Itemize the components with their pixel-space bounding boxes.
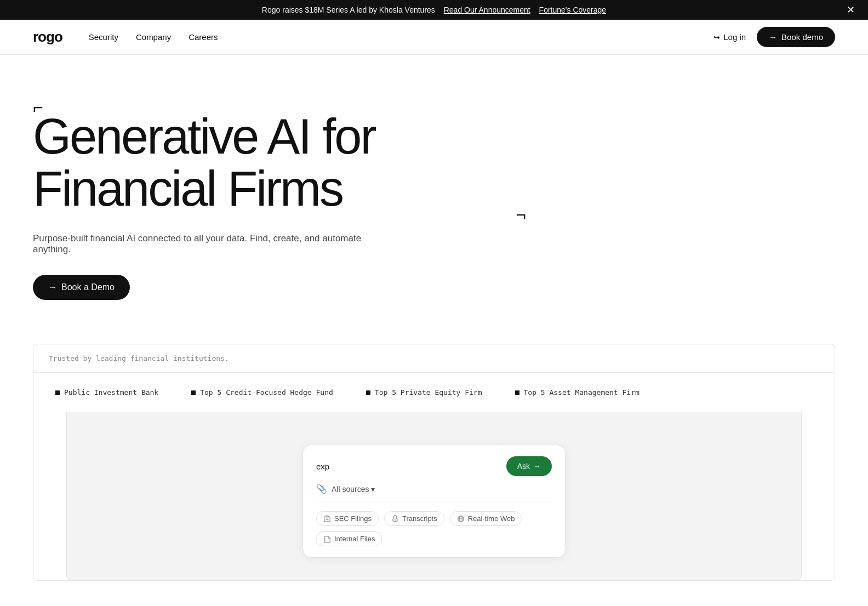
dot-icon-2: [191, 390, 196, 395]
hero-title-line1: Generative AI for: [33, 109, 375, 164]
source-tag-internal-files-label: Internal Files: [334, 535, 375, 543]
building-icon: [323, 515, 331, 523]
nav-link-company[interactable]: Company: [136, 32, 171, 42]
cta-label: Book a Demo: [61, 282, 115, 292]
paperclip-icon: 📎: [316, 484, 327, 494]
hero-title-line2: Financial Firms: [33, 161, 342, 216]
cta-book-demo-button[interactable]: → Book a Demo: [33, 275, 130, 300]
announcement-text: Rogo raises $18M Series A led by Khosla …: [262, 5, 435, 14]
source-tag-transcripts[interactable]: Transcripts: [384, 511, 444, 526]
cta-arrow-icon: →: [48, 282, 57, 292]
ask-button[interactable]: Ask →: [506, 456, 552, 476]
announcement-link2[interactable]: Fortune's Coverage: [539, 5, 607, 14]
source-tags: SEC Filings Transcripts: [316, 511, 552, 546]
navbar-left: rogo Security Company Careers: [33, 29, 218, 46]
nav-link-careers[interactable]: Careers: [189, 32, 218, 42]
announcement-link1[interactable]: Read Our Announcement: [444, 5, 530, 14]
trusted-logo-1: Public Investment Bank: [55, 388, 158, 397]
nav-link-security[interactable]: Security: [89, 32, 118, 42]
dot-icon-3: [366, 390, 370, 395]
trusted-logo-label-3: Top 5 Private Equity Firm: [375, 388, 482, 397]
search-input-row: exp Ask →: [316, 456, 552, 476]
login-arrow-icon: ↪: [713, 33, 720, 42]
demo-section: exp Ask → 📎 All sources ▾: [66, 412, 802, 580]
chevron-down-icon: ▾: [371, 485, 375, 494]
search-widget: exp Ask → 📎 All sources ▾: [302, 445, 566, 558]
login-label: Log in: [723, 32, 746, 42]
sources-label: All sources: [332, 485, 369, 494]
ask-arrow-icon: →: [533, 462, 541, 471]
hero-title: Generative AI for Financial Firms: [33, 111, 625, 214]
trusted-logo-label-1: Public Investment Bank: [64, 388, 158, 397]
navbar: rogo Security Company Careers ↪ Log in →…: [0, 20, 868, 55]
announcement-bar: Rogo raises $18M Series A led by Khosla …: [0, 0, 868, 20]
trusted-logo-4: Top 5 Asset Management Firm: [515, 388, 639, 397]
announcement-close-button[interactable]: ✕: [847, 5, 855, 15]
sources-select[interactable]: All sources ▾: [332, 485, 375, 494]
sources-row: 📎 All sources ▾: [316, 484, 552, 502]
source-tag-transcripts-label: Transcripts: [402, 514, 437, 523]
book-demo-label: Book demo: [781, 32, 823, 42]
mic-icon: [391, 515, 399, 523]
source-tag-sec-filings-label: SEC Filings: [334, 514, 372, 523]
login-link[interactable]: ↪ Log in: [713, 32, 746, 42]
logo[interactable]: rogo: [33, 29, 62, 46]
trusted-header: Trusted by leading financial institution…: [33, 344, 835, 373]
trusted-logo-3: Top 5 Private Equity Firm: [366, 388, 482, 397]
dot-icon-4: [515, 390, 519, 395]
search-text[interactable]: exp: [316, 462, 506, 471]
trusted-section: Trusted by leading financial institution…: [33, 344, 835, 581]
source-tag-internal-files[interactable]: Internal Files: [316, 531, 382, 546]
hero-subtitle: Purpose-built financial AI connected to …: [33, 233, 362, 255]
hero-section: ⌐ Generative AI for Financial Firms ¬ Pu…: [0, 55, 658, 300]
navbar-right: ↪ Log in → Book demo: [713, 27, 835, 47]
svg-rect-3: [393, 515, 396, 519]
book-demo-arrow-icon: →: [769, 32, 777, 42]
trusted-logo-2: Top 5 Credit-Focused Hedge Fund: [191, 388, 333, 397]
source-tag-realtime-web[interactable]: Real-time Web: [450, 511, 522, 526]
source-tag-realtime-web-label: Real-time Web: [468, 514, 515, 523]
source-tag-sec-filings[interactable]: SEC Filings: [316, 511, 379, 526]
book-demo-button[interactable]: → Book demo: [757, 27, 835, 47]
trusted-logos: Public Investment Bank Top 5 Credit-Focu…: [33, 373, 835, 412]
dot-icon-1: [55, 390, 60, 395]
file-icon: [323, 535, 331, 543]
trusted-logo-label-2: Top 5 Credit-Focused Hedge Fund: [200, 388, 333, 397]
globe-icon: [457, 515, 465, 523]
nav-links: Security Company Careers: [89, 32, 218, 42]
trusted-logo-label-4: Top 5 Asset Management Firm: [524, 388, 639, 397]
ask-label: Ask: [517, 462, 530, 471]
